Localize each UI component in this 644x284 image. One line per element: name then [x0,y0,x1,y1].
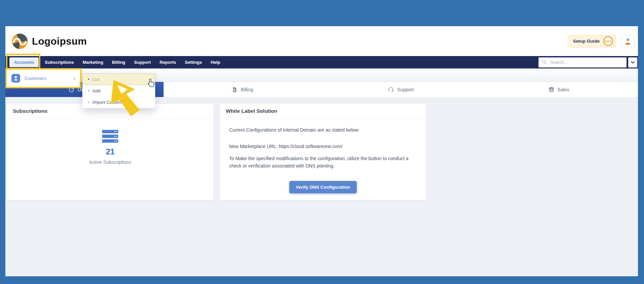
logo: Logoipsum [12,34,87,49]
white-label-card: White Label Solution Current Configurati… [220,104,426,200]
tab-sales[interactable]: Sales [480,82,638,97]
user-avatar-icon [624,37,632,46]
setup-guide-label: Setup Guide [573,39,600,44]
setup-progress-badge: 100% [603,36,613,46]
chevron-down-icon [631,61,635,64]
tab-billing[interactable]: $ Billing [164,82,322,97]
nav-item-help[interactable]: Help [206,60,224,65]
tab-label: Sales [557,87,569,92]
submenu-item-label: List [92,77,99,82]
nav-item-accounts[interactable]: Accounts [9,57,39,67]
nav-item-support[interactable]: Support [130,60,155,65]
subscriptions-card: Subscriptions 21 Active Subscriptions [7,104,214,200]
nav-item-marketing[interactable]: Marketing [78,60,108,65]
dropdown-customers-label: Customers [25,76,46,81]
header: Logoipsum Setup Guide 100% [5,26,638,56]
customers-icon [11,74,20,83]
setup-guide-button[interactable]: Setup Guide 100% [567,35,616,48]
dropdown-item-customers[interactable]: Customers › [7,69,80,87]
svg-text:$: $ [234,89,235,91]
search-box [539,57,627,67]
nav-item-subscriptions[interactable]: Subscriptions [40,60,78,65]
verify-dns-button[interactable]: Verify DNS Configuration [289,181,357,193]
white-label-line3: To Make the specified modifications to t… [229,155,417,170]
tab-support[interactable]: Support [322,82,480,97]
bullet-icon [88,102,89,103]
white-label-marketplace-url: New Marketplace URL: https://cloud.softw… [229,143,417,150]
subscriptions-card-body: 21 Active Subscriptions [7,119,214,200]
logo-mark-icon [12,34,28,49]
support-icon [388,86,394,93]
white-label-line1: Current Configurations of Internal Domai… [229,127,417,134]
tab-label: Support [397,87,414,92]
app-window: Logoipsum Setup Guide 100% Accounts Subs… [5,26,638,276]
bullet-icon [88,90,89,91]
main-navbar: Accounts Subscriptions Marketing Billing… [5,56,638,68]
chevron-right-icon: › [73,76,75,81]
nav-item-settings[interactable]: Settings [180,60,206,65]
search-input[interactable] [550,59,623,65]
search-icon [542,60,547,65]
submenu-item-import-customers[interactable]: Import Customers [82,97,155,108]
user-avatar-button[interactable] [621,35,635,48]
page-content: Subscriptions 21 Active Subscriptions [5,97,638,276]
submenu-item-list[interactable]: List [82,74,155,85]
tab-label: Billing [241,87,253,92]
submenu-item-add[interactable]: Add [82,85,155,96]
desktop-frame: { "header": { "logo_text": "Logoipsum", … [0,0,644,284]
header-actions: Setup Guide 100% [567,35,635,48]
logo-text: Logoipsum [32,36,87,47]
nav-item-reports[interactable]: Reports [155,60,180,65]
white-label-card-title: White Label Solution [220,104,426,119]
bullet-icon [88,79,89,80]
dashboard-icon [68,86,75,93]
active-subscriptions-label: Active Subscriptions [89,159,131,165]
search-scope-dropdown[interactable] [628,57,637,67]
submenu-item-label: Add [92,88,100,93]
nav-search-area [539,57,637,67]
billing-icon: $ [232,87,238,93]
sales-icon [549,87,554,92]
nav-item-billing[interactable]: Billing [108,60,130,65]
white-label-card-body: Current Configurations of Internal Domai… [220,119,426,193]
server-stack-icon [102,130,119,144]
active-subscriptions-count: 21 [106,147,115,156]
customers-submenu: List Add Import Customers [82,74,155,108]
submenu-item-label: Import Customers [92,100,128,105]
